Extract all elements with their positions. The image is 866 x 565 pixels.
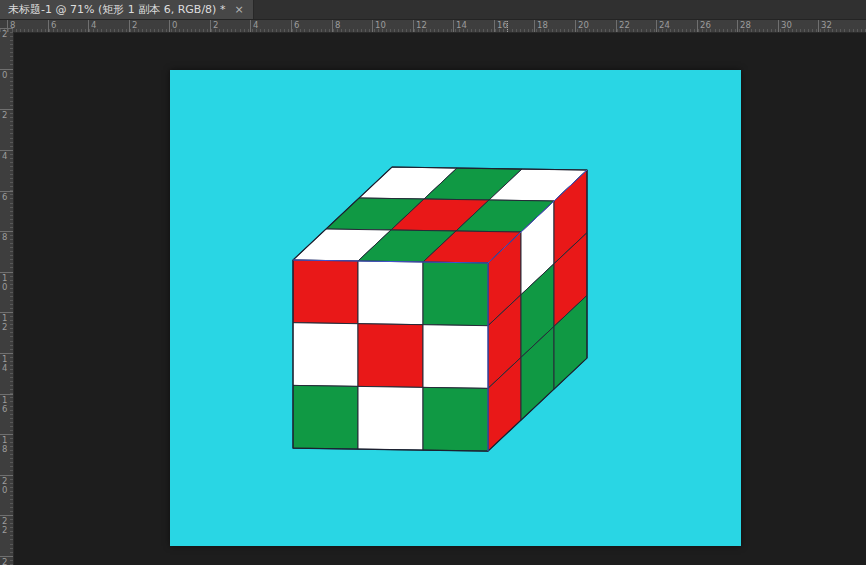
h-ruler-label: 6	[294, 19, 299, 31]
v-ruler-label: 6	[2, 193, 7, 202]
h-ruler-label: 4	[91, 19, 96, 31]
v-ruler-label: 2 4	[2, 558, 7, 565]
rubiks-cube-shape[interactable]	[170, 70, 741, 546]
document-canvas[interactable]	[170, 70, 741, 546]
h-ruler-label: 4	[253, 19, 258, 31]
document-tab-title: 未标题-1 @ 71% (矩形 1 副本 6, RGB/8) *	[8, 0, 225, 19]
h-ruler-label: 2	[132, 19, 137, 31]
v-ruler-label: 4	[2, 152, 7, 161]
h-ruler-label: 28	[740, 19, 751, 31]
v-ruler-label: 2 2	[2, 517, 7, 535]
cube-front-face-cell	[423, 262, 488, 326]
h-ruler-label: 24	[659, 19, 670, 31]
h-ruler-label: 8	[10, 19, 15, 31]
cube-front-face-cell	[358, 324, 423, 388]
pasteboard	[14, 32, 866, 565]
v-ruler-label: 2	[2, 30, 7, 39]
cube-front-face-cell	[293, 260, 358, 324]
h-ruler-label: 16	[497, 19, 508, 31]
h-ruler-label: 2	[213, 19, 218, 31]
v-ruler-label: 0	[2, 71, 7, 80]
h-ruler-label: 6	[51, 19, 56, 31]
cube-front-face-cell	[423, 325, 488, 389]
cube-front-face[interactable]	[293, 260, 488, 451]
h-ruler-label: 8	[335, 19, 340, 31]
tab-close-icon[interactable]: ×	[234, 0, 243, 19]
vertical-ruler[interactable]: 2024681 01 21 41 61 82 02 22 4	[0, 32, 14, 565]
v-ruler-label: 2	[2, 111, 7, 120]
h-ruler-label: 20	[578, 19, 589, 31]
photoshop-window: 未标题-1 @ 71% (矩形 1 副本 6, RGB/8) * × 86420…	[0, 0, 866, 565]
cube-front-face-cell	[293, 385, 358, 449]
h-ruler-label: 30	[781, 19, 792, 31]
v-ruler-label: 1 8	[2, 436, 7, 454]
v-ruler-label: 1 4	[2, 355, 7, 373]
h-ruler-label: 14	[456, 19, 467, 31]
cube-front-face-cell	[423, 387, 488, 451]
h-ruler-label: 32	[821, 19, 832, 31]
h-ruler-label: 0	[172, 19, 177, 31]
cube-front-face-cell	[293, 323, 358, 387]
h-ruler-label: 12	[416, 19, 427, 31]
document-tab[interactable]: 未标题-1 @ 71% (矩形 1 副本 6, RGB/8) * ×	[0, 0, 254, 19]
cube-front-face-cell	[358, 261, 423, 325]
v-ruler-label: 1 6	[2, 396, 7, 414]
v-ruler-label: 1 2	[2, 314, 7, 332]
document-tab-bar: 未标题-1 @ 71% (矩形 1 副本 6, RGB/8) * ×	[0, 0, 866, 20]
h-ruler-label: 10	[375, 19, 386, 31]
cube-front-face-cell	[358, 386, 423, 450]
h-ruler-label: 26	[700, 19, 711, 31]
h-ruler-label: 18	[537, 19, 548, 31]
v-ruler-label: 1 0	[2, 274, 7, 292]
v-ruler-label: 8	[2, 233, 7, 242]
v-ruler-label: 2 0	[2, 477, 7, 495]
horizontal-ruler[interactable]: 864202468101214161820222426283032	[0, 19, 866, 33]
h-ruler-label: 22	[619, 19, 630, 31]
